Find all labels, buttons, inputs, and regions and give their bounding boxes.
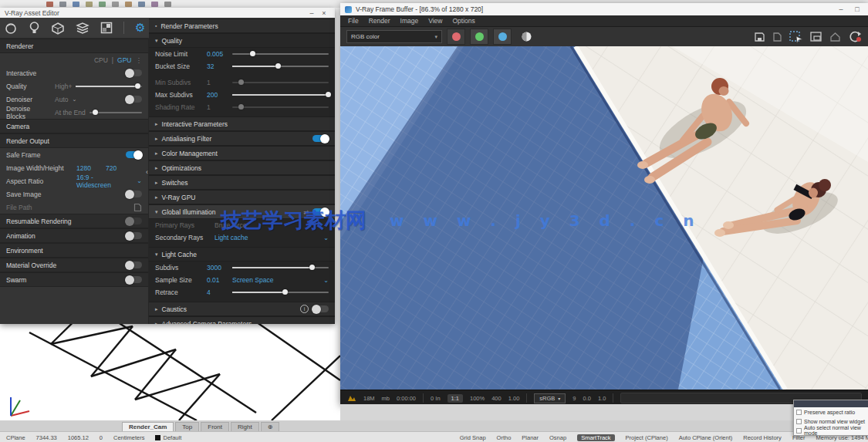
resumable-toggle[interactable] xyxy=(126,218,142,224)
footer-stat[interactable]: 0 In xyxy=(431,395,441,402)
noise-limit-slider[interactable] xyxy=(232,53,329,55)
auto-cplane-toggle[interactable]: Auto CPlane (Orient) xyxy=(679,434,733,441)
switches-section[interactable]: ▸Switches xyxy=(149,175,335,190)
aspect-ratio-select[interactable]: 16:9 - Widescreen xyxy=(76,174,127,189)
footer-zoom-button[interactable]: 1:1 xyxy=(448,394,463,403)
save-image-toggle[interactable] xyxy=(126,191,142,197)
light-cache-section[interactable]: ▾Light Cache xyxy=(149,247,335,261)
toolbar-icon[interactable] xyxy=(112,2,119,7)
safe-frame-toggle[interactable] xyxy=(126,151,142,158)
tab-right[interactable]: Right xyxy=(231,422,259,431)
section-camera[interactable]: Camera xyxy=(0,119,148,133)
info-icon[interactable]: i xyxy=(300,305,309,313)
toolbar-icon[interactable] xyxy=(59,2,66,7)
green-channel-button[interactable] xyxy=(470,29,488,45)
quality-section[interactable]: ▾Quality xyxy=(149,33,335,48)
swap-icon[interactable]: ⇄ xyxy=(303,208,309,216)
max-subdivs-slider[interactable] xyxy=(232,94,329,96)
footer-stat[interactable]: 1.00 xyxy=(508,395,520,402)
footer-stat[interactable]: 100% xyxy=(470,395,485,402)
cplane-label[interactable]: CPlane xyxy=(6,434,25,441)
project-toggle[interactable]: Project (CPlane) xyxy=(626,434,668,441)
osnap-toggle[interactable]: Osnap xyxy=(549,434,566,441)
toolbar-icon[interactable] xyxy=(138,2,145,7)
footer-stat[interactable]: 400 xyxy=(491,395,502,402)
noise-limit-field[interactable]: 0.005 xyxy=(207,50,228,58)
quality-value[interactable]: High+ xyxy=(55,83,72,90)
geometry-icon[interactable] xyxy=(51,22,65,35)
active-layer[interactable]: Default xyxy=(155,434,181,441)
antialiasing-toggle[interactable] xyxy=(312,135,329,142)
subdivs-slider[interactable] xyxy=(232,267,329,268)
footer-stat[interactable]: 0.0 xyxy=(583,395,591,402)
section-render-output[interactable]: Render Output xyxy=(0,133,148,148)
copy-image-icon[interactable] xyxy=(772,32,782,42)
shading-rate-slider[interactable] xyxy=(232,106,329,108)
context-menu-clipped-item[interactable] xyxy=(794,400,868,407)
sample-space-select[interactable]: Screen Space xyxy=(232,276,273,284)
gi-toggle[interactable] xyxy=(312,208,329,215)
swarm-toggle[interactable] xyxy=(126,276,142,283)
caustics-toggle[interactable] xyxy=(312,305,329,312)
interactive-toggle[interactable] xyxy=(126,69,142,76)
antialiasing-filter-section[interactable]: ▸Antialiasing Filter xyxy=(149,131,335,146)
toolbar-icon[interactable] xyxy=(86,2,93,7)
smarttrack-toggle[interactable]: SmartTrack xyxy=(577,434,614,441)
section-resumable-rendering[interactable]: Resumable Rendering xyxy=(0,214,148,228)
section-environment[interactable]: Environment xyxy=(0,243,148,258)
toolbar-icon[interactable] xyxy=(125,2,132,7)
footer-stat[interactable]: 1.0 xyxy=(598,395,606,402)
menu-render[interactable]: Render xyxy=(369,17,390,25)
minimize-button[interactable]: – xyxy=(306,9,318,17)
section-material-override[interactable]: Material Override xyxy=(0,258,148,272)
save-image-icon[interactable] xyxy=(754,32,765,42)
textures-icon[interactable] xyxy=(76,22,90,34)
animation-toggle[interactable] xyxy=(126,232,142,239)
toolbar-icon[interactable] xyxy=(46,2,53,7)
blue-channel-button[interactable] xyxy=(493,29,512,45)
planar-toggle[interactable]: Planar xyxy=(522,434,539,441)
toolbar-icon[interactable] xyxy=(99,2,106,7)
red-channel-button[interactable] xyxy=(447,29,465,45)
render-last-icon[interactable] xyxy=(848,31,862,43)
color-management-section[interactable]: ▸Color Management xyxy=(149,146,335,160)
image-width-field[interactable]: 1280 xyxy=(76,164,91,172)
new-viewport-tab[interactable]: ⊕ xyxy=(261,422,280,431)
materials-icon[interactable] xyxy=(5,22,18,35)
render-parameters-header[interactable]: ▪Render Parameters xyxy=(149,19,335,33)
chevron-down-icon[interactable]: ⌄ xyxy=(137,177,142,184)
retrace-slider[interactable] xyxy=(232,292,329,293)
engine-gpu-option[interactable]: GPU xyxy=(117,56,131,64)
global-illumination-section[interactable]: ▾Global Illumination ⇄ xyxy=(149,204,335,219)
denoiser-toggle[interactable] xyxy=(126,96,142,103)
tab-render-cam[interactable]: Render_Cam xyxy=(122,422,174,431)
denoiser-value[interactable]: Auto xyxy=(55,96,69,103)
render-elements-icon[interactable] xyxy=(100,22,113,34)
sample-size-field[interactable]: 0.01 xyxy=(207,276,228,284)
file-icon[interactable] xyxy=(133,203,142,212)
render-canvas[interactable] xyxy=(340,46,868,390)
tab-top[interactable]: Top xyxy=(175,422,199,431)
record-history-toggle[interactable]: Record History xyxy=(743,434,782,441)
menu-options[interactable]: Options xyxy=(453,17,475,25)
toolbar-icon[interactable] xyxy=(151,2,158,7)
section-swarm[interactable]: Swarm xyxy=(0,272,148,287)
footer-stat[interactable]: 9 xyxy=(572,395,576,402)
bucket-size-field[interactable]: 32 xyxy=(207,62,228,70)
maximize-button[interactable]: □ xyxy=(851,5,863,13)
asset-editor-titlebar[interactable]: V-Ray Asset Editor – × xyxy=(0,8,335,18)
section-animation[interactable]: Animation xyxy=(0,228,148,243)
stamp-icon[interactable] xyxy=(346,393,356,403)
interactive-parameters-section[interactable]: ▸Interactive Parameters xyxy=(149,116,335,131)
duplicate-buffer-icon[interactable] xyxy=(810,32,822,42)
denoise-blocks-value[interactable]: At the End xyxy=(55,109,86,116)
chevron-down-icon[interactable]: ⌄ xyxy=(323,277,329,284)
quality-slider[interactable] xyxy=(76,86,142,87)
panel-collapse-chevron[interactable]: ‹ xyxy=(146,168,148,176)
min-subdivs-field[interactable]: 1 xyxy=(207,79,228,86)
color-space-dropdown[interactable]: sRGB▾ xyxy=(534,393,566,403)
channel-select[interactable]: RGB color ▾ xyxy=(346,30,442,43)
retrace-field[interactable]: 4 xyxy=(207,288,228,296)
menu-item-auto-select-normal[interactable]: Auto select normal view mode xyxy=(794,426,868,435)
caustics-section[interactable]: ▸Caustics i xyxy=(149,302,335,316)
